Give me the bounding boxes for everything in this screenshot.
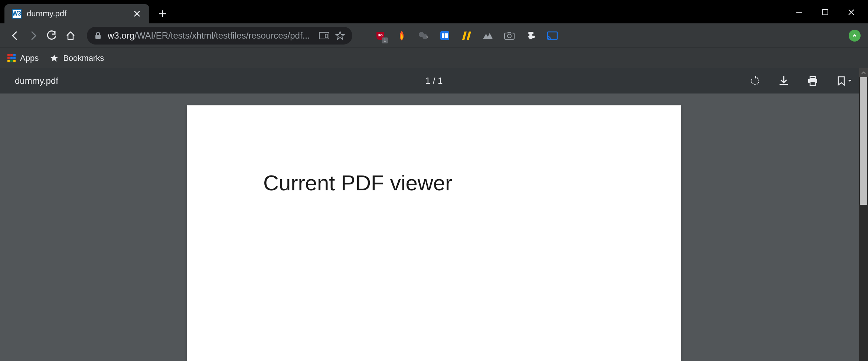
scroll-thumb[interactable] <box>860 77 867 205</box>
svg-point-10 <box>508 34 511 38</box>
scroll-up-button[interactable] <box>859 68 868 77</box>
bookmarks-folder[interactable]: Bookmarks <box>50 53 104 63</box>
print-button[interactable] <box>807 76 818 86</box>
bookmark-dropdown-button[interactable] <box>837 76 853 86</box>
address-bar[interactable]: w3.org/WAI/ER/tests/xhtml/testfiles/reso… <box>87 27 352 45</box>
vertical-scrollbar[interactable] <box>859 68 868 361</box>
pdf-page-text: Current PDF viewer <box>263 170 605 195</box>
close-window-button[interactable] <box>846 7 857 18</box>
stripes-extension-icon[interactable] <box>461 30 472 41</box>
profile-avatar[interactable] <box>849 30 861 42</box>
gear-extension-icon[interactable]: s <box>418 30 429 41</box>
url-text: w3.org/WAI/ER/tests/xhtml/testfiles/reso… <box>108 30 313 41</box>
scroll-track[interactable] <box>859 77 868 361</box>
home-button[interactable] <box>63 28 78 43</box>
window-controls <box>783 0 868 24</box>
svg-rect-8 <box>440 31 449 40</box>
svg-rect-0 <box>823 10 828 15</box>
mountain-extension-icon[interactable] <box>482 30 493 41</box>
close-tab-button[interactable] <box>132 9 142 19</box>
download-button[interactable] <box>779 76 789 86</box>
pdf-page-indicator[interactable]: 1 / 1 <box>425 76 443 86</box>
browser-navbar: w3.org/WAI/ER/tests/xhtml/testfiles/reso… <box>0 23 868 47</box>
browser-tab[interactable]: W3 dummy.pdf <box>4 4 149 23</box>
camera-extension-icon[interactable] <box>504 30 515 41</box>
pdf-actions <box>750 76 853 86</box>
install-pwa-icon[interactable] <box>319 32 329 39</box>
svg-rect-11 <box>508 32 511 33</box>
svg-rect-16 <box>810 82 815 85</box>
svg-text:s: s <box>426 35 428 39</box>
apps-label: Apps <box>20 53 39 63</box>
svg-rect-1 <box>95 35 101 39</box>
svg-rect-14 <box>810 76 815 79</box>
maximize-button[interactable] <box>820 7 831 18</box>
bookmarks-label: Bookmarks <box>63 53 104 63</box>
pdf-viewport[interactable]: Current PDF viewer <box>0 93 868 361</box>
star-icon <box>50 54 59 63</box>
apps-shortcut[interactable]: Apps <box>7 53 39 63</box>
star-bookmark-icon[interactable] <box>335 31 345 40</box>
tab-title: dummy.pdf <box>27 9 127 19</box>
ublock-badge: 1 <box>382 37 388 43</box>
browser-titlebar: W3 dummy.pdf <box>0 0 868 23</box>
reload-button[interactable] <box>45 28 59 43</box>
pdf-page: Current PDF viewer <box>187 105 681 361</box>
minimize-button[interactable] <box>794 7 805 18</box>
pdf-filename: dummy.pdf <box>15 76 58 86</box>
flame-extension-icon[interactable] <box>396 30 407 41</box>
w3c-favicon: W3 <box>12 9 22 19</box>
rotate-button[interactable] <box>750 76 760 86</box>
extensions-puzzle-icon[interactable] <box>525 30 536 41</box>
forward-button[interactable] <box>26 28 41 43</box>
extensions-row: uo 1 s <box>375 30 558 41</box>
svg-point-13 <box>548 38 549 39</box>
cast-icon[interactable] <box>547 30 558 41</box>
new-tab-button[interactable] <box>158 9 167 18</box>
svg-text:uo: uo <box>378 33 383 37</box>
pdf-toolbar: dummy.pdf 1 / 1 <box>0 68 868 93</box>
back-button[interactable] <box>7 28 22 43</box>
svg-rect-3 <box>325 34 328 38</box>
book-extension-icon[interactable] <box>439 30 450 41</box>
lock-icon[interactable] <box>94 32 102 40</box>
apps-grid-icon <box>7 54 16 62</box>
ublock-extension-icon[interactable]: uo 1 <box>375 30 386 41</box>
bookmarks-bar: Apps Bookmarks <box>0 47 868 68</box>
